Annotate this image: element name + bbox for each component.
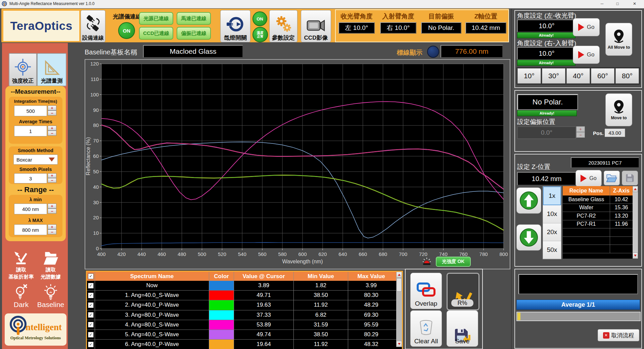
xenon-lamp-switch-button[interactable]: 氙燈開關 xyxy=(220,10,250,42)
increment-icon[interactable] xyxy=(48,105,56,111)
preset-30-button[interactable]: 30° xyxy=(542,68,565,84)
z-go-button[interactable]: Go xyxy=(576,170,602,187)
light-intensity-ok-button[interactable]: 光強度 OK xyxy=(436,257,471,267)
minimize-button[interactable]: ─ xyxy=(594,0,610,8)
smooth-method-dropdown[interactable]: Boxcar xyxy=(13,155,58,165)
row-checkbox[interactable] xyxy=(87,310,95,320)
color-swatch xyxy=(209,330,234,339)
speed-50x-button[interactable]: 50x xyxy=(543,241,561,259)
save-recipe-button[interactable] xyxy=(622,171,638,185)
decrement-icon[interactable] xyxy=(48,131,56,136)
scroll-down-icon[interactable] xyxy=(633,253,638,259)
row-checkbox[interactable] xyxy=(87,300,95,310)
integration-time-stepper[interactable] xyxy=(48,105,56,116)
z-down-button[interactable] xyxy=(516,224,541,251)
table-row: 4. Ang=80.0_S-Wave 53.89 31.59 95.59 xyxy=(87,320,402,330)
read-spectrum-data-button[interactable]: 讀取 光譜數據 xyxy=(36,251,65,280)
polarization-field[interactable]: No Polar. xyxy=(517,94,578,110)
decrement-icon[interactable] xyxy=(48,229,56,234)
increment-icon[interactable] xyxy=(48,224,56,229)
spectrum-measure-button[interactable]: 光譜量測 xyxy=(37,53,66,86)
lambda-max-stepper[interactable] xyxy=(48,224,56,234)
speed-1x-button[interactable]: 1x xyxy=(543,186,561,205)
lambda-max-field[interactable]: 800 nm xyxy=(14,224,47,235)
move-to-button[interactable]: Move to xyxy=(605,93,632,126)
parameter-settings-button[interactable]: 參數設定 xyxy=(269,10,297,42)
increment-icon[interactable] xyxy=(48,173,56,178)
min-value: 11.92 xyxy=(294,340,348,349)
cursor-toggle[interactable] xyxy=(427,46,439,58)
z-position-label: 設定 Z-位置 xyxy=(517,163,550,171)
incident-arm-angle: 入射臂角度 右 10.0° xyxy=(377,10,419,42)
scroll-up-icon[interactable] xyxy=(396,272,402,278)
motor-connected-button[interactable]: 馬達已連線 xyxy=(177,12,211,25)
scroll-down-icon[interactable] xyxy=(396,341,402,347)
all-move-to-button[interactable]: All Move to xyxy=(605,23,632,56)
decrement-icon[interactable] xyxy=(48,209,56,214)
recipe-row[interactable] xyxy=(563,237,638,245)
speed-20x-button[interactable]: 20x xyxy=(543,223,561,241)
row-checkbox[interactable] xyxy=(87,330,95,339)
increment-icon[interactable] xyxy=(48,204,56,209)
recipe-row[interactable] xyxy=(563,228,638,237)
recipe-file-field[interactable]: 20230911 PC7 xyxy=(571,157,639,168)
scroll-up-icon[interactable] xyxy=(633,186,638,192)
lambda-min-stepper[interactable] xyxy=(48,204,56,214)
lambda-min-field[interactable]: 400 nm xyxy=(14,204,47,214)
recipe-scrollbar[interactable] xyxy=(633,186,638,259)
overlap-button[interactable]: Overlap xyxy=(410,273,442,309)
preset-60-button[interactable]: 60° xyxy=(591,68,614,84)
speed-10x-button[interactable]: 10x xyxy=(543,205,561,223)
smooth-pixels-field[interactable]: 3 xyxy=(14,173,47,183)
dark-button[interactable]: Dark xyxy=(7,283,36,308)
decrement-icon[interactable] xyxy=(48,111,56,116)
table-scrollbar[interactable] xyxy=(396,272,402,347)
cursor-wavelength-field[interactable]: 776.00 nm xyxy=(441,45,503,58)
left-arm-angle-field[interactable]: 10.0° xyxy=(517,19,576,32)
ccd-image-button[interactable]: CCD影像 xyxy=(301,10,331,42)
clear-all-button[interactable]: Clear All xyxy=(410,310,442,347)
preset-10-button[interactable]: 10° xyxy=(517,68,541,84)
increment-icon[interactable] xyxy=(48,126,56,131)
preset-40-button[interactable]: 40° xyxy=(566,68,590,84)
load-recipe-button[interactable] xyxy=(604,171,620,185)
maximize-button[interactable]: □ xyxy=(610,0,625,8)
z-up-button[interactable] xyxy=(516,187,541,214)
average-times-field[interactable]: 1 xyxy=(14,126,47,136)
select-all-checkbox[interactable] xyxy=(87,272,95,281)
recipe-row[interactable]: PC7-R2 13.20 xyxy=(563,212,638,220)
row-checkbox[interactable] xyxy=(87,320,95,330)
polarizer-connected-button[interactable]: 偏振已連線 xyxy=(177,27,211,40)
right-arm-angle-field[interactable]: 10.0° xyxy=(517,47,576,60)
progress-fill xyxy=(517,313,520,320)
recipe-row[interactable]: Wafer 15.36 xyxy=(563,204,638,212)
left-arm-go-button[interactable]: Go xyxy=(573,18,600,36)
average-times-stepper[interactable] xyxy=(48,126,56,136)
baseline-name-field[interactable]: Macloed Glass xyxy=(143,45,243,58)
save-button[interactable]: Save xyxy=(447,310,478,347)
pos-field[interactable]: 43.00 xyxy=(604,128,625,137)
read-substrate-index-button[interactable]: 讀取 基板折射率 xyxy=(7,251,36,280)
row-checkbox[interactable] xyxy=(87,291,95,300)
integration-time-field[interactable]: 500 xyxy=(14,105,47,116)
device-connect-button[interactable]: 設備連線 xyxy=(81,10,105,42)
light-source-connected-button[interactable]: 光源已連線 xyxy=(139,12,173,25)
preset-80-button[interactable]: 80° xyxy=(615,68,639,84)
decrement-icon[interactable] xyxy=(48,178,56,183)
row-checkbox[interactable] xyxy=(87,340,95,349)
baseline-button[interactable]: Baseline xyxy=(36,283,65,308)
r-percent-button[interactable]: R% xyxy=(447,273,479,310)
cancel-process-button[interactable]: 取消流程 xyxy=(598,329,639,341)
close-button[interactable]: ✕ xyxy=(625,0,644,8)
row-checkbox[interactable] xyxy=(87,281,95,290)
z-position-field[interactable]: 10.42 mm xyxy=(517,172,576,185)
scroll-thumb[interactable] xyxy=(397,278,402,292)
spectrum-name: Now xyxy=(95,281,209,290)
intensity-calibration-button[interactable]: 強度校正 xyxy=(9,53,37,86)
recipe-row[interactable]: PC7-R1 11.96 xyxy=(563,220,638,229)
recipe-row[interactable] xyxy=(563,245,638,253)
ccd-connected-button[interactable]: CCD已連線 xyxy=(139,27,173,40)
smooth-pixels-stepper[interactable] xyxy=(48,173,56,183)
right-arm-go-button[interactable]: Go xyxy=(573,46,600,64)
recipe-row[interactable]: Baseline Glass 10.42 xyxy=(563,195,638,204)
